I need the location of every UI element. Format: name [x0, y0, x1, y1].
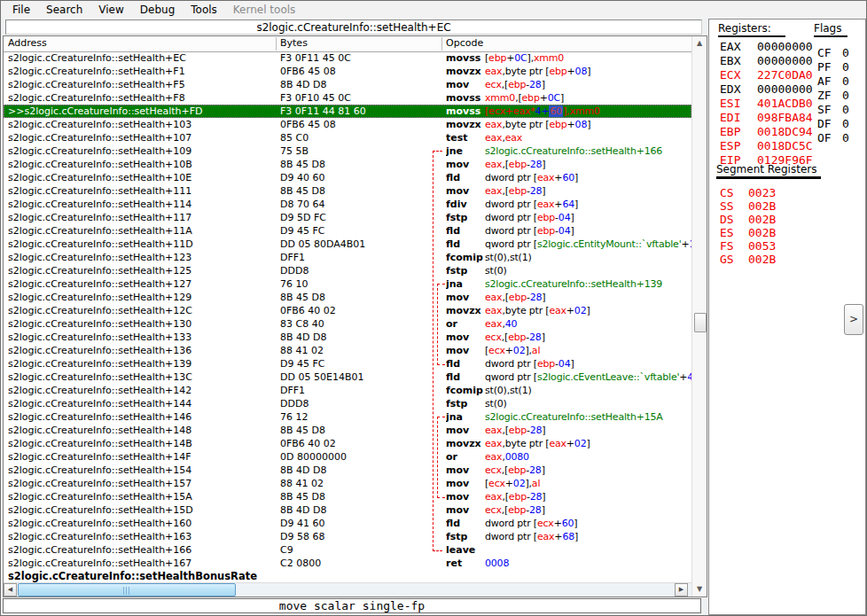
disasm-row[interactable]: s2logic.cCreatureInfo::setHealth+12C0FB6… [4, 304, 691, 317]
column-header-address[interactable]: Address [8, 36, 47, 51]
disasm-row[interactable]: s2logic.cCreatureInfo::setHealth+10B8B 4… [4, 158, 691, 171]
segment-register-row[interactable]: FS0053 [720, 239, 776, 253]
flag-row[interactable]: OF0 [817, 131, 849, 145]
jump-gutter [431, 158, 446, 171]
disasm-row[interactable]: s2logic.cCreatureInfo::setHealth+F8F3 0F… [4, 91, 691, 105]
disasm-row[interactable]: s2logic.cCreatureInfo::setHealth+1338B 4… [4, 331, 691, 344]
mnemonic-cell: leave [446, 543, 485, 557]
register-row[interactable]: EBP0018DC94 [720, 125, 813, 139]
register-row[interactable]: ESP0018DC5C [720, 139, 813, 153]
disasm-row[interactable]: s2logic.cCreatureInfo::setHealth+1118B 4… [4, 184, 691, 198]
bytes-cell: 0FB6 45 08 [280, 65, 431, 78]
address-cell: s2logic.cCreatureInfo::setHealth+160 [4, 517, 280, 530]
segment-register-row[interactable]: CS0023 [720, 186, 776, 199]
current-symbol-box[interactable]: s2logic.cCreatureInfo::setHealth+EC [5, 19, 702, 35]
disasm-row[interactable]: s2logic.cCreatureInfo::setHealth+142DFF1… [4, 384, 691, 397]
operand-token: ebp [509, 425, 527, 436]
jump-gutter [431, 543, 446, 557]
address-cell: s2logic.cCreatureInfo::setHealth+146 [4, 410, 280, 424]
registers-header: Registers: [718, 22, 785, 37]
mnemonic-cell: fcomip [446, 251, 485, 264]
disasm-row[interactable]: s2logic.cCreatureInfo::setHealth+14676 1… [4, 410, 691, 424]
menu-item-debug[interactable]: Debug [132, 2, 183, 18]
jump-gutter [431, 410, 446, 424]
register-row[interactable]: ESI401ACDB0 [720, 97, 813, 111]
address-cell: s2logic.cCreatureInfo::setHealth+117 [4, 211, 280, 224]
disasm-row[interactable]: s2logic.cCreatureInfo::setHealth+125DDD8… [4, 264, 691, 277]
disasm-row[interactable]: s2logic.cCreatureInfo::setHealth+163D9 5… [4, 530, 691, 543]
disasm-row[interactable]: s2logic.cCreatureInfo::setHealth+F58B 4D… [4, 78, 691, 91]
horizontal-scrollbar-thumb[interactable] [18, 583, 236, 597]
segment-register-row[interactable]: ES002B [720, 226, 776, 239]
register-row[interactable]: EAX00000000 [720, 40, 813, 54]
register-row[interactable]: EBX00000000 [720, 54, 813, 68]
disasm-row[interactable]: s2logic.cCreatureInfo::setHealth+13083 C… [4, 317, 691, 331]
menu-item-search[interactable]: Search [38, 2, 90, 18]
disasm-row[interactable]: s2logic.cCreatureInfo::setHealth+11DDD 0… [4, 238, 691, 251]
scroll-left-icon[interactable]: ◀ [4, 583, 17, 597]
disasm-row[interactable]: s2logic.cCreatureInfo::setHealth+15D8B 4… [4, 503, 691, 517]
disasm-row[interactable]: s2logic.cCreatureInfo::setHealth+14B0FB6… [4, 437, 691, 450]
register-row[interactable]: ECX227C0DA0 [720, 68, 813, 82]
operand-token: ebp [549, 119, 566, 130]
panel-expander-button[interactable]: > [844, 304, 863, 335]
register-row[interactable]: EIP0129F96F [720, 153, 813, 168]
scroll-right-icon[interactable]: ▶ [675, 583, 688, 597]
segment-register-row[interactable]: GS002B [720, 253, 776, 266]
disasm-row[interactable]: s2logic.cCreatureInfo::setHealth+F10FB6 … [4, 65, 691, 78]
disasm-row[interactable]: s2logic.cCreatureInfo::setHealth+13688 4… [4, 344, 691, 357]
disasm-row[interactable]: s2logic.cCreatureInfo::setHealth+144DDD8… [4, 397, 691, 410]
disasm-row[interactable]: s2logic.cCreatureInfo::setHealth+123DFF1… [4, 251, 691, 264]
column-header-opcode[interactable]: Opcode [446, 36, 483, 51]
disasm-row[interactable]: s2logic.cCreatureInfo::setHealth+1298B 4… [4, 291, 691, 304]
flag-row[interactable]: SF0 [817, 103, 849, 117]
register-row[interactable]: EDI098FBA84 [720, 111, 813, 125]
disasm-row[interactable]: s2logic.cCreatureInfo::setHealth+1548B 4… [4, 464, 691, 477]
disasm-row[interactable]: s2logic.cCreatureInfo::setHealth+ECF3 0F… [4, 51, 691, 65]
disasm-row[interactable]: s2logic.cCreatureInfo::setHealth+15A8B 4… [4, 490, 691, 503]
disasm-row[interactable]: s2logic.cCreatureInfo::setHealth+167C2 0… [4, 557, 691, 570]
register-row[interactable]: EDX00000000 [720, 82, 813, 97]
menu-item-file[interactable]: File [4, 2, 38, 18]
disasm-row[interactable]: s2logic.cCreatureInfo::setHealth+11AD9 4… [4, 224, 691, 238]
flag-row[interactable]: AF0 [817, 74, 849, 89]
function-label-row[interactable]: s2logic.cCreatureInfo::setHealthBonusRat… [4, 570, 691, 582]
disasm-row[interactable]: s2logic.cCreatureInfo::setHealth+139D9 4… [4, 357, 691, 370]
disasm-row-current[interactable]: >>s2logic.cCreatureInfo::setHealth+FDF3 … [4, 105, 691, 118]
disasm-row[interactable]: s2logic.cCreatureInfo::setHealth+166C9le… [4, 543, 691, 557]
disasm-row[interactable]: s2logic.cCreatureInfo::setHealth+14F0D 8… [4, 450, 691, 464]
disasm-row[interactable]: s2logic.cCreatureInfo::setHealth+10ED9 4… [4, 171, 691, 184]
scroll-down-icon[interactable]: ▼ [692, 582, 707, 597]
flag-row[interactable]: CF0 [817, 46, 849, 60]
operand-token: eax [549, 305, 566, 316]
register-value: 00000000 [757, 82, 813, 96]
column-header-bytes[interactable]: Bytes [280, 36, 308, 51]
disasm-row[interactable]: s2logic.cCreatureInfo::setHealth+10785 C… [4, 131, 691, 144]
operand-token: + [566, 438, 574, 449]
disasm-row[interactable]: s2logic.cCreatureInfo::setHealth+1030FB6… [4, 118, 691, 131]
jump-gutter [431, 450, 446, 464]
menu-item-tools[interactable]: Tools [183, 2, 225, 18]
horizontal-scrollbar[interactable]: ◀ ▶ [4, 582, 691, 597]
operand-token: qword ptr [ [485, 371, 537, 383]
vertical-scrollbar[interactable]: ▲ ▼ [691, 36, 707, 597]
vertical-scrollbar-thumb[interactable] [694, 313, 707, 332]
disasm-row[interactable]: s2logic.cCreatureInfo::setHealth+160D9 4… [4, 517, 691, 530]
disasm-row[interactable]: s2logic.cCreatureInfo::setHealth+114D8 7… [4, 198, 691, 211]
segment-register-row[interactable]: SS002B [720, 199, 776, 213]
disasm-row[interactable]: s2logic.cCreatureInfo::setHealth+117D9 5… [4, 211, 691, 224]
disasm-row[interactable]: s2logic.cCreatureInfo::setHealth+13CDD 0… [4, 370, 691, 384]
disasm-row[interactable]: s2logic.cCreatureInfo::setHealth+15788 4… [4, 477, 691, 490]
flag-row[interactable]: DF0 [817, 117, 849, 131]
disasm-row[interactable]: s2logic.cCreatureInfo::setHealth+12776 1… [4, 277, 691, 291]
disasm-row[interactable]: s2logic.cCreatureInfo::setHealth+10975 5… [4, 144, 691, 158]
menu-item-view[interactable]: View [90, 2, 131, 18]
segment-register-row[interactable]: DS002B [720, 213, 776, 226]
scroll-up-icon[interactable]: ▲ [692, 36, 707, 51]
flag-row[interactable]: PF0 [817, 60, 849, 74]
flag-row[interactable]: ZF0 [817, 89, 849, 103]
operand-token: 28 [529, 79, 542, 90]
operands-cell: dword ptr [ebp-04] [485, 224, 691, 238]
operand-token: 60 [562, 172, 574, 183]
disasm-row[interactable]: s2logic.cCreatureInfo::setHealth+1488B 4… [4, 424, 691, 437]
